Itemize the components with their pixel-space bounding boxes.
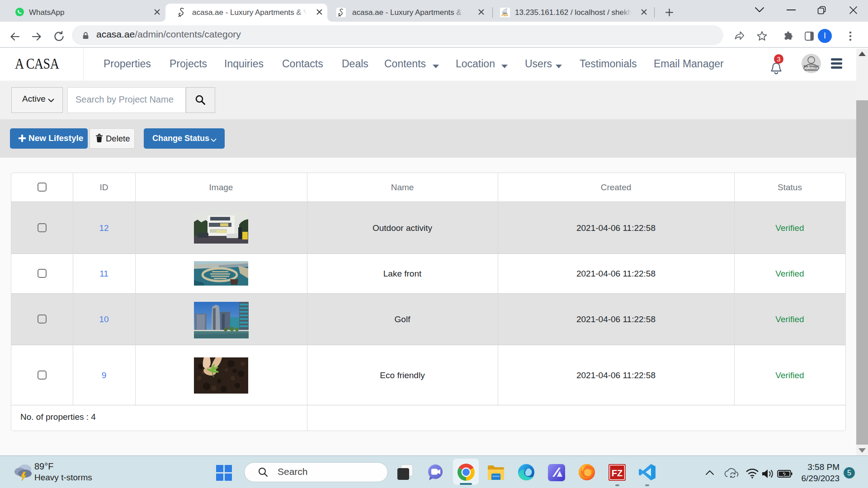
svg-text:FZ: FZ [612,468,623,478]
svg-text:PMA: PMA [502,14,509,17]
svg-text:available: available [804,68,819,72]
